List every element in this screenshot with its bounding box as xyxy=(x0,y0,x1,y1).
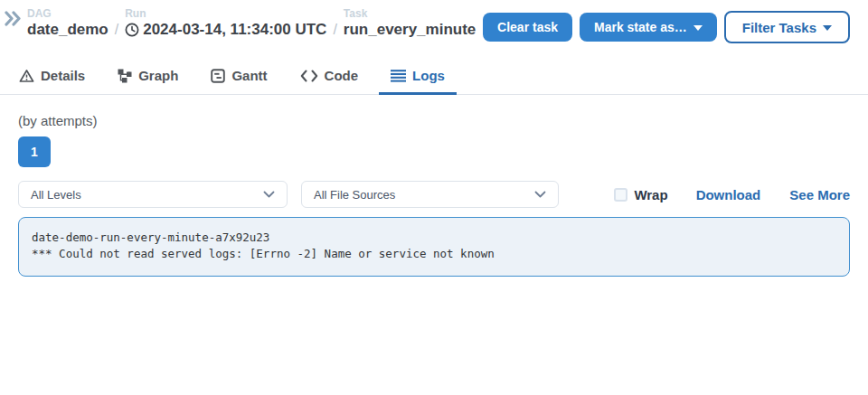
breadcrumb-separator: / xyxy=(115,22,118,38)
logs-panel: (by attempts) 1 All Levels All File Sour… xyxy=(0,113,868,277)
log-level-value: All Levels xyxy=(31,188,81,202)
tab-bar: Details Graph Gantt Code xyxy=(0,52,868,95)
task-label: Task xyxy=(344,7,476,20)
chevron-down-icon xyxy=(263,191,275,198)
run-label: Run xyxy=(125,7,326,20)
caret-down-icon xyxy=(823,25,832,31)
clear-task-button[interactable]: Clear task xyxy=(483,13,572,42)
tab-gantt[interactable]: Gantt xyxy=(199,68,278,94)
log-lines-icon xyxy=(391,70,406,82)
log-actions: Wrap Download See More xyxy=(614,187,850,202)
header: DAG date_demo / Run 2024-03-14, 11:34:00… xyxy=(0,0,868,52)
file-source-value: All File Sources xyxy=(314,188,395,202)
double-chevron-right-icon xyxy=(5,11,22,26)
breadcrumb-dag: DAG date_demo xyxy=(27,7,108,40)
tab-details[interactable]: Details xyxy=(7,68,97,94)
dag-label: DAG xyxy=(27,7,108,20)
clock-icon xyxy=(125,23,139,37)
clear-task-label: Clear task xyxy=(497,20,558,34)
tab-code[interactable]: Code xyxy=(288,68,371,94)
log-level-select[interactable]: All Levels xyxy=(18,181,288,208)
tab-graph-label: Graph xyxy=(138,68,178,83)
wrap-label: Wrap xyxy=(634,187,667,202)
file-source-select[interactable]: All File Sources xyxy=(301,181,559,208)
wrap-checkbox[interactable] xyxy=(614,188,627,202)
download-link[interactable]: Download xyxy=(696,187,761,202)
tab-graph[interactable]: Graph xyxy=(106,68,190,94)
collapse-sidebar-icon[interactable] xyxy=(5,11,22,29)
caret-down-icon xyxy=(693,25,703,31)
mark-state-as-button[interactable]: Mark state as… xyxy=(580,13,717,42)
attempt-1-button[interactable]: 1 xyxy=(18,136,51,167)
tab-details-label: Details xyxy=(41,68,85,83)
filter-tasks-label: Filter Tasks xyxy=(742,20,816,35)
log-filter-row: All Levels All File Sources Wrap Downloa… xyxy=(18,181,850,208)
tab-gantt-label: Gantt xyxy=(231,68,267,83)
log-line: *** Could not read served logs: [Errno -… xyxy=(32,246,836,262)
mark-state-as-label: Mark state as… xyxy=(594,20,687,34)
task-name[interactable]: run_every_minute xyxy=(344,20,476,40)
breadcrumb-run: Run 2024-03-14, 11:34:00 UTC xyxy=(125,7,326,40)
chevron-down-icon xyxy=(534,191,546,198)
log-output[interactable]: date-demo-run-every-minute-a7x92u23 *** … xyxy=(18,217,850,277)
tab-code-label: Code xyxy=(325,68,359,83)
filter-tasks-button[interactable]: Filter Tasks xyxy=(724,11,850,43)
gantt-chart-icon xyxy=(211,69,225,83)
breadcrumb-separator: / xyxy=(333,22,336,38)
run-timestamp: 2024-03-14, 11:34:00 UTC xyxy=(143,20,326,40)
by-attempts-label: (by attempts) xyxy=(18,113,850,128)
see-more-link[interactable]: See More xyxy=(789,187,850,202)
tab-logs[interactable]: Logs xyxy=(379,68,457,94)
breadcrumb: DAG date_demo / Run 2024-03-14, 11:34:00… xyxy=(27,7,476,40)
code-brackets-icon xyxy=(300,70,318,82)
tab-logs-label: Logs xyxy=(412,68,445,83)
breadcrumb-task: Task run_every_minute xyxy=(344,7,476,40)
node-graph-icon xyxy=(118,69,132,83)
warning-triangle-icon xyxy=(19,69,34,83)
header-actions: Clear task Mark state as… Filter Tasks xyxy=(483,7,850,43)
dag-name[interactable]: date_demo xyxy=(27,20,108,40)
run-value[interactable]: 2024-03-14, 11:34:00 UTC xyxy=(125,20,326,40)
log-line: date-demo-run-every-minute-a7x92u23 xyxy=(32,230,836,246)
